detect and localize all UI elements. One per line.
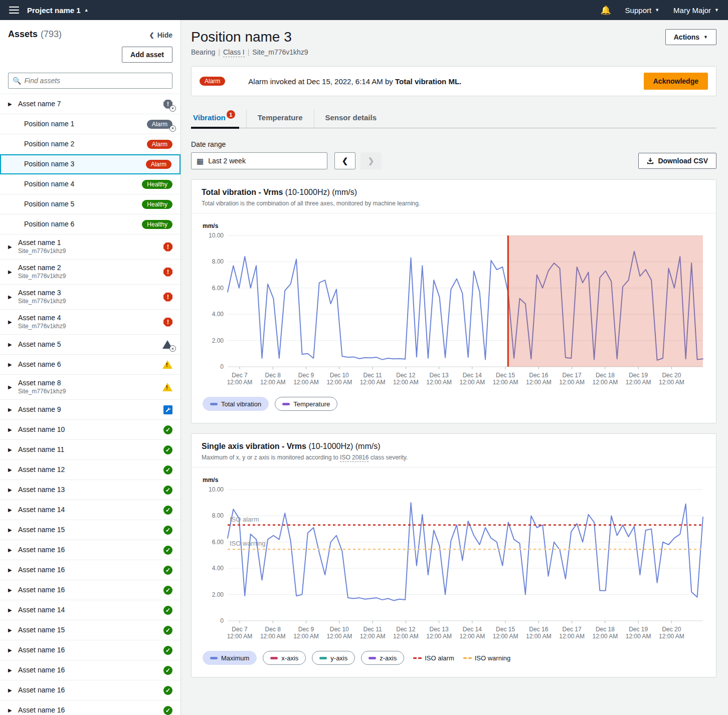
svg-text:Dec 10: Dec 10 xyxy=(330,372,349,379)
sidebar-position-item[interactable]: Position name 2Alarm xyxy=(0,134,180,154)
svg-text:Dec 15: Dec 15 xyxy=(496,626,515,633)
expand-caret-icon[interactable]: ▶ xyxy=(8,407,13,412)
search-input[interactable] xyxy=(24,77,168,85)
svg-text:6.00: 6.00 xyxy=(212,285,224,292)
expand-caret-icon[interactable]: ▶ xyxy=(8,319,13,325)
add-asset-button[interactable]: Add asset xyxy=(122,47,172,63)
previous-period-button[interactable]: ❮ xyxy=(334,152,355,169)
expand-caret-icon[interactable]: ▶ xyxy=(8,667,13,673)
item-site: Site_m776v1khz9 xyxy=(18,323,66,330)
expand-caret-icon[interactable]: ▶ xyxy=(8,244,13,250)
svg-text:Dec 18: Dec 18 xyxy=(596,372,615,379)
hide-panel-button[interactable]: ❮ Hide xyxy=(149,31,172,39)
healthy-check-icon: ✓ xyxy=(163,486,172,495)
expand-caret-icon[interactable]: ▶ xyxy=(8,294,13,300)
acknowledge-button[interactable]: Acknowledge xyxy=(644,73,708,90)
expand-caret-icon[interactable]: ▶ xyxy=(8,269,13,275)
project-selector[interactable]: Project name 1 ▲ xyxy=(27,6,89,15)
expand-caret-icon[interactable]: ▶ xyxy=(8,547,13,553)
sidebar-asset-item[interactable]: ▶Asset name 16✓ xyxy=(0,660,180,680)
expand-caret-icon[interactable]: ▶ xyxy=(8,687,13,693)
sidebar-asset-item[interactable]: ▶Asset name 9 xyxy=(0,400,180,420)
sidebar-asset-item[interactable]: ▶Asset name 12✓ xyxy=(0,460,180,480)
expand-caret-icon[interactable]: ▶ xyxy=(8,707,13,713)
item-label: Asset name 16 xyxy=(18,586,65,595)
expand-caret-icon[interactable]: ▶ xyxy=(8,507,13,513)
expand-caret-icon[interactable]: ▶ xyxy=(8,384,13,390)
item-site: Site_m776v1khz9 xyxy=(18,388,66,395)
download-csv-button[interactable]: Download CSV xyxy=(638,153,716,169)
meta-item[interactable]: Class I xyxy=(223,48,245,57)
iso-20816-link[interactable]: ISO 20816 xyxy=(340,454,369,462)
legend-item-maximum[interactable]: Maximum xyxy=(203,651,257,665)
sidebar-asset-item[interactable]: ▶Asset name 16✓ xyxy=(0,680,180,700)
tab-temperature[interactable]: Temperature xyxy=(246,109,314,128)
expand-caret-icon[interactable]: ▶ xyxy=(8,427,13,432)
tab-sensor-details[interactable]: Sensor details xyxy=(314,109,388,128)
sidebar-asset-item[interactable]: ▶Asset name 6 xyxy=(0,355,180,375)
expand-caret-icon[interactable]: ▶ xyxy=(8,487,13,493)
legend-item-total-vibration[interactable]: Total vibration xyxy=(203,397,269,411)
date-range-value: Last 2 week xyxy=(208,157,246,165)
sidebar-asset-item[interactable]: ▶Asset name 15✓ xyxy=(0,520,180,540)
svg-text:2.00: 2.00 xyxy=(212,337,224,344)
sidebar-position-item[interactable]: Position name 5Healthy xyxy=(0,194,180,214)
tab-vibration[interactable]: Vibration1 xyxy=(191,109,246,128)
expand-caret-icon[interactable]: ▶ xyxy=(8,527,13,533)
expand-caret-icon[interactable]: ▶ xyxy=(8,447,13,452)
legend-item-z-axis[interactable]: z-axis xyxy=(361,651,404,665)
sidebar-asset-item[interactable]: ▶Asset name 7!× xyxy=(0,94,180,114)
sidebar-asset-item[interactable]: ▶Asset name 8Site_m776v1khz9 xyxy=(0,375,180,400)
svg-text:0: 0 xyxy=(220,617,224,624)
sidebar-position-item[interactable]: Position name 3Alarm xyxy=(0,154,180,174)
sidebar-asset-item[interactable]: ▶Asset name 3Site_m776v1khz9! xyxy=(0,285,180,310)
legend-item-y-axis[interactable]: y-axis xyxy=(312,651,355,665)
user-menu[interactable]: Mary Major ▼ xyxy=(673,6,719,15)
sidebar-asset-item[interactable]: ▶Asset name 13✓ xyxy=(0,480,180,500)
expand-caret-icon[interactable]: ▶ xyxy=(8,607,13,613)
sidebar-asset-item[interactable]: ▶Asset name 5× xyxy=(0,335,180,355)
assets-count: (793) xyxy=(41,29,62,40)
sidebar-asset-item[interactable]: ▶Asset name 16✓ xyxy=(0,580,180,600)
item-label: Asset name 16 xyxy=(18,666,65,675)
sidebar-asset-item[interactable]: ▶Asset name 16✓ xyxy=(0,700,180,715)
date-range-select[interactable]: ▦ Last 2 week xyxy=(191,152,327,169)
expand-caret-icon[interactable]: ▶ xyxy=(8,627,13,633)
svg-text:12:00 AM: 12:00 AM xyxy=(227,379,253,386)
svg-text:Dec 8: Dec 8 xyxy=(265,372,281,379)
legend-item-temperature[interactable]: Temperature xyxy=(275,397,337,411)
sidebar-asset-item[interactable]: ▶Asset name 14✓ xyxy=(0,600,180,620)
sidebar-asset-item[interactable]: ▶Asset name 15✓ xyxy=(0,620,180,640)
sidebar-position-item[interactable]: Position name 6Healthy xyxy=(0,214,180,234)
sidebar-asset-item[interactable]: ▶Asset name 16✓ xyxy=(0,560,180,580)
legend-item-x-axis[interactable]: x-axis xyxy=(263,651,306,665)
notifications-bell-icon[interactable]: 🔔 xyxy=(600,5,611,16)
sidebar-asset-item[interactable]: ▶Asset name 16✓ xyxy=(0,640,180,660)
sidebar-position-item[interactable]: Position name 1Alarm× xyxy=(0,114,180,134)
svg-text:Dec 11: Dec 11 xyxy=(363,372,382,379)
support-menu[interactable]: Support ▼ xyxy=(625,6,659,15)
next-period-button[interactable]: ❯ xyxy=(360,152,382,169)
svg-text:ISO warning: ISO warning xyxy=(230,540,266,547)
expand-caret-icon[interactable]: ▶ xyxy=(8,362,13,367)
expand-caret-icon[interactable]: ▶ xyxy=(8,587,13,593)
asset-search-box[interactable]: 🔍 xyxy=(8,73,172,89)
sidebar-asset-item[interactable]: ▶Asset name 14✓ xyxy=(0,500,180,520)
sidebar-asset-item[interactable]: ▶Asset name 2Site_m776v1khz9! xyxy=(0,260,180,285)
expand-caret-icon[interactable]: ▶ xyxy=(8,342,13,347)
sidebar-asset-item[interactable]: ▶Asset name 4Site_m776v1khz9! xyxy=(0,310,180,335)
expand-caret-icon[interactable]: ▶ xyxy=(8,567,13,573)
sidebar-asset-item[interactable]: ▶Asset name 16✓ xyxy=(0,540,180,560)
expand-caret-icon[interactable]: ▶ xyxy=(8,101,13,107)
actions-button[interactable]: Actions ▼ xyxy=(665,29,716,45)
expand-caret-icon[interactable]: ▶ xyxy=(8,647,13,653)
hamburger-menu-icon[interactable] xyxy=(9,7,19,14)
item-label: Asset name 16 xyxy=(18,566,65,575)
expand-caret-icon[interactable]: ▶ xyxy=(8,467,13,472)
svg-text:12:00 AM: 12:00 AM xyxy=(459,633,485,640)
sidebar-asset-item[interactable]: ▶Asset name 10✓ xyxy=(0,420,180,440)
sidebar-asset-item[interactable]: ▶Asset name 11✓ xyxy=(0,440,180,460)
sidebar-position-item[interactable]: Position name 4Healthy xyxy=(0,174,180,194)
sidebar-asset-item[interactable]: ▶Asset name 1Site_m776v1khz9! xyxy=(0,234,180,260)
meta-separator: | xyxy=(218,48,220,56)
